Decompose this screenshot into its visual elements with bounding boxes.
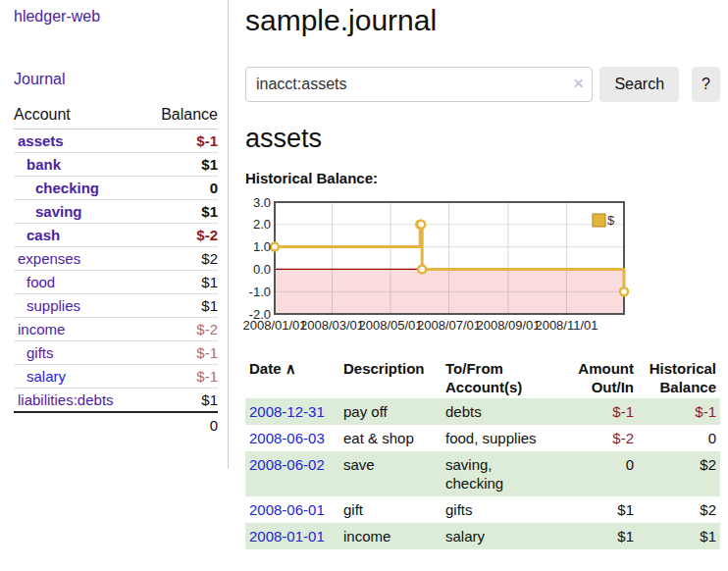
accounts-balance-table: Account Balance assets$-1bank$1checking0…	[14, 104, 218, 437]
account-balance: $-1	[196, 368, 218, 385]
transaction-accounts: saving, checking	[442, 451, 551, 496]
account-balance: $1	[201, 297, 218, 314]
account-link-assets[interactable]: assets	[18, 132, 64, 149]
account-balance: $-2	[196, 321, 218, 337]
sort-ascending-icon: ∧	[286, 360, 296, 377]
search-box: ✕	[245, 67, 593, 102]
account-link-salary[interactable]: salary	[26, 368, 66, 385]
legend-label: $	[607, 213, 615, 228]
register-row: 2008-06-03eat & shopfood, supplies$-20	[245, 425, 720, 451]
accounts-total-row: 0	[14, 412, 218, 437]
transaction-date-link[interactable]: 2008-06-02	[249, 456, 325, 473]
chart-title: Historical Balance:	[245, 170, 720, 186]
account-row: income$-2	[14, 318, 218, 341]
account-link-bank[interactable]: bank	[26, 156, 61, 173]
transaction-balance: 0	[638, 425, 720, 451]
account-link-cash[interactable]: cash	[26, 227, 60, 243]
account-balance: $1	[201, 274, 218, 290]
account-link-checking[interactable]: checking	[35, 180, 99, 196]
register-row: 2008-12-31pay offdebts$-1$-1	[245, 398, 720, 425]
account-link-supplies[interactable]: supplies	[26, 297, 80, 314]
transaction-accounts: food, supplies	[442, 425, 551, 451]
account-row: checking0	[14, 177, 218, 200]
accounts-total-balance: 0	[144, 412, 218, 437]
transaction-date-link[interactable]: 2008-01-01	[249, 528, 325, 545]
journal-nav-link[interactable]: Journal	[14, 71, 65, 87]
account-balance: $-2	[196, 227, 218, 243]
register-row: 2008-06-02savesaving, checking0$2	[245, 451, 720, 496]
transaction-amount: $1	[551, 523, 638, 549]
register-table: Date ∧ Description To/From Account(s) Am…	[245, 357, 720, 549]
transaction-balance: $2	[638, 496, 720, 523]
x-axis-tick-label: 2008/09/01	[476, 318, 540, 333]
data-point-marker[interactable]	[620, 287, 628, 295]
transaction-amount: $-2	[551, 425, 638, 451]
account-balance: $1	[201, 203, 218, 220]
search-help-button[interactable]: ?	[692, 67, 720, 102]
data-point-marker[interactable]	[417, 221, 425, 229]
accounts-header-row: Account Balance	[14, 104, 218, 130]
app-brand-link[interactable]: hledger-web	[14, 8, 100, 26]
col-header-amount: Amount Out/In	[551, 357, 638, 398]
transaction-amount: $-1	[551, 398, 638, 425]
transaction-description: gift	[339, 496, 442, 523]
account-heading: assets	[245, 124, 720, 154]
sidebar: hledger-web Journal Account Balance asse…	[0, 0, 229, 469]
account-balance: $1	[201, 391, 218, 408]
y-axis-tick-label: -1.0	[249, 285, 271, 299]
search-button[interactable]: Search	[599, 67, 679, 102]
account-balance: $-1	[196, 344, 218, 361]
account-row: liabilities:debts$1	[14, 389, 218, 413]
account-link-income[interactable]: income	[18, 321, 65, 337]
data-point-marker[interactable]	[418, 265, 426, 273]
account-link-gifts[interactable]: gifts	[26, 344, 54, 361]
account-link-liabilities-debts[interactable]: liabilities:debts	[18, 391, 114, 408]
col-header-date[interactable]: Date ∧	[245, 357, 339, 398]
account-balance: $-1	[196, 132, 218, 149]
account-row: supplies$1	[14, 294, 218, 318]
register-row: 2008-01-01incomesalary$1$1	[245, 523, 720, 549]
account-balance: $1	[201, 156, 218, 173]
register-body: 2008-12-31pay offdebts$-1$-12008-06-03ea…	[245, 398, 720, 549]
col-header-accounts: To/From Account(s)	[442, 357, 551, 398]
y-axis-tick-label: 2.0	[253, 217, 271, 232]
main-content: sample.journal ✕ Search ? assets Histori…	[245, 0, 720, 549]
transaction-date-link[interactable]: 2008-12-31	[249, 403, 325, 420]
x-axis-tick-label: 2008/11/01	[535, 318, 598, 333]
transaction-description: pay off	[339, 398, 442, 425]
x-axis-tick-label: 2008/07/01	[417, 318, 481, 333]
y-axis-tick-label: 0.0	[253, 262, 271, 277]
accounts-body: assets$-1bank$1checking0saving$1cash$-2e…	[14, 130, 218, 413]
transaction-amount: $1	[551, 496, 638, 523]
account-row: cash$-2	[14, 224, 218, 247]
search-input[interactable]	[245, 67, 593, 102]
x-axis-tick-label: 2008/01/01	[242, 318, 306, 333]
transaction-description: income	[339, 523, 442, 549]
legend-swatch-icon	[593, 214, 605, 227]
account-row: expenses$2	[14, 247, 218, 271]
historical-balance-chart: $3.02.01.00.0-1.0-2.02008/01/012008/03/0…	[245, 194, 720, 337]
y-axis-tick-label: 1.0	[253, 239, 271, 254]
account-row: assets$-1	[14, 130, 218, 153]
account-link-expenses[interactable]: expenses	[18, 250, 80, 267]
x-axis-tick-label: 2008/05/01	[358, 318, 422, 333]
x-axis-tick-label: 2008/03/01	[300, 318, 364, 333]
account-link-food[interactable]: food	[26, 274, 55, 290]
transaction-balance: $2	[638, 451, 720, 496]
account-link-saving[interactable]: saving	[35, 203, 82, 220]
y-axis-tick-label: 3.0	[253, 195, 271, 210]
search-form: ✕ Search ?	[245, 67, 720, 102]
balance-column-header: Balance	[144, 104, 218, 130]
col-header-date-label: Date	[249, 360, 282, 377]
account-row: saving$1	[14, 200, 218, 224]
clear-search-icon[interactable]: ✕	[573, 77, 585, 90]
account-row: bank$1	[14, 153, 218, 177]
transaction-description: save	[339, 451, 442, 496]
data-point-marker[interactable]	[271, 243, 279, 251]
transaction-description: eat & shop	[339, 425, 442, 451]
account-balance: $2	[201, 250, 218, 267]
transaction-date-link[interactable]: 2008-06-01	[249, 501, 325, 518]
register-header-row: Date ∧ Description To/From Account(s) Am…	[245, 357, 720, 398]
transaction-balance: $1	[638, 523, 720, 549]
transaction-date-link[interactable]: 2008-06-03	[249, 430, 325, 446]
